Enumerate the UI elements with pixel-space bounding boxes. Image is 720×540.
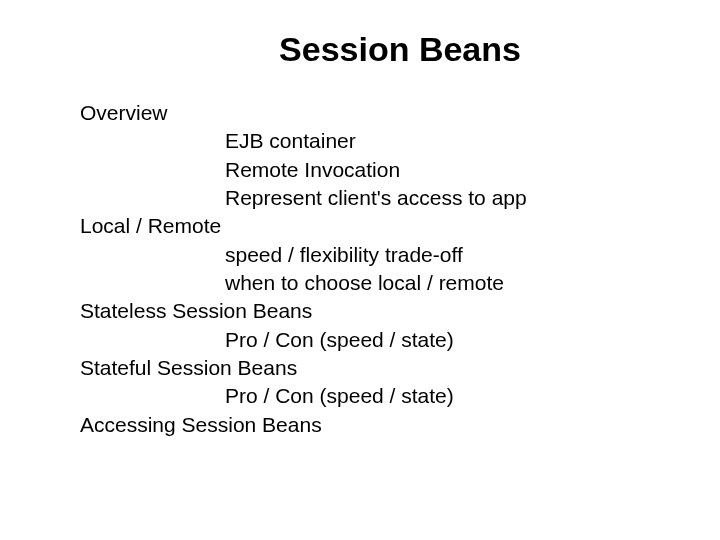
slide: Session Beans Overview EJB container Rem…	[0, 0, 720, 540]
outline-item: Pro / Con (speed / state)	[225, 326, 660, 354]
outline-item: EJB container	[225, 127, 660, 155]
outline-item: Pro / Con (speed / state)	[225, 382, 660, 410]
outline-item: Stateful Session Beans	[80, 354, 660, 382]
outline-item: Remote Invocation	[225, 156, 660, 184]
slide-title: Session Beans	[60, 30, 660, 69]
outline-item: Local / Remote	[80, 212, 660, 240]
outline-item: speed / flexibility trade-off	[225, 241, 660, 269]
outline-item: Overview	[80, 99, 660, 127]
outline-item: Stateless Session Beans	[80, 297, 660, 325]
outline-item: when to choose local / remote	[225, 269, 660, 297]
outline-item: Represent client's access to app	[225, 184, 660, 212]
slide-body: Overview EJB container Remote Invocation…	[60, 99, 660, 439]
outline-item: Accessing Session Beans	[80, 411, 660, 439]
